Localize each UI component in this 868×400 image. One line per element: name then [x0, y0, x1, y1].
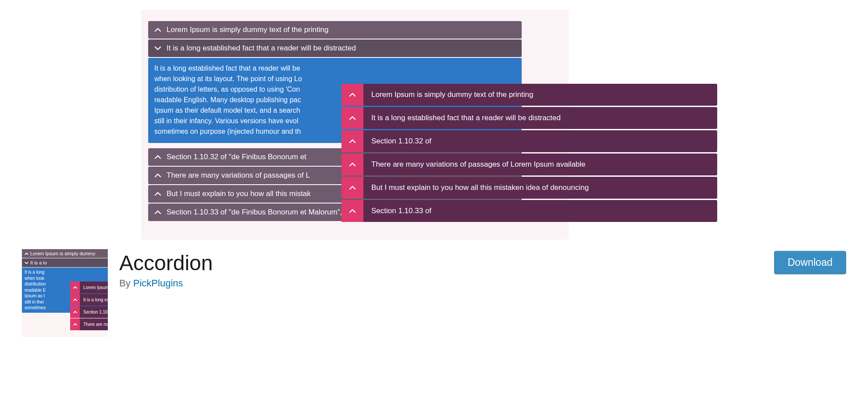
chevron-up-icon — [70, 282, 80, 293]
chevron-up-icon — [342, 107, 363, 129]
accordion-item-label: But I must explain to you how all this m… — [363, 177, 717, 199]
chevron-up-icon — [70, 294, 80, 306]
chevron-up-icon — [25, 252, 28, 256]
plugin-header-row: Lorem Ipsum is simply dummy It is a lo I… — [0, 249, 868, 337]
chevron-down-icon — [154, 45, 161, 52]
thumb-b-row: Lorem Ipsum is — [70, 282, 108, 293]
thumb-label: Section 1.10.32 — [80, 306, 108, 318]
chevron-up-icon — [154, 154, 161, 161]
accordion-item-label: Lorem Ipsum is simply dummy text of the … — [167, 25, 328, 34]
thumb-label: Lorem Ipsum is — [80, 282, 108, 293]
thumb-label: Lorem Ipsum is simply dummy — [30, 251, 96, 256]
chevron-up-icon — [154, 26, 161, 33]
thumb-row: Lorem Ipsum is simply dummy — [22, 249, 108, 258]
thumb-label: It is a long estab — [80, 294, 108, 306]
plugin-byline: By PickPlugins — [119, 278, 213, 289]
thumb-b-row: It is a long estab — [70, 294, 108, 306]
thumb-label: There are many — [80, 318, 108, 330]
chevron-up-icon — [342, 200, 363, 222]
accordion-a-item[interactable]: It is a long established fact that a rea… — [148, 39, 522, 57]
accordion-b-item[interactable]: Lorem Ipsum is simply dummy text of the … — [342, 84, 717, 106]
plugin-author-link[interactable]: PickPlugins — [133, 278, 183, 289]
accordion-item-label: Lorem Ipsum is simply dummy text of the … — [363, 84, 717, 106]
accordion-item-label: There are many variations of passages of… — [167, 171, 310, 180]
chevron-up-icon — [342, 130, 363, 152]
chevron-up-icon — [342, 154, 363, 175]
chevron-down-icon — [25, 261, 28, 265]
accordion-item-label: But I must explain to you how all this m… — [167, 189, 311, 198]
thumb-row: It is a lo — [22, 258, 108, 267]
plugin-title-block: Accordion By PickPlugins — [119, 249, 213, 289]
plugin-banner: Lorem Ipsum is simply dummy text of the … — [141, 10, 569, 239]
accordion-item-label: There are many variations of passages of… — [363, 154, 717, 175]
download-button[interactable]: Download — [774, 251, 846, 274]
accordion-b-item[interactable]: Section 1.10.32 of — [342, 130, 717, 152]
chevron-up-icon — [154, 209, 161, 216]
accordion-a-item[interactable]: Lorem Ipsum is simply dummy text of the … — [148, 21, 522, 39]
thumb-b-row: Section 1.10.32 — [70, 306, 108, 318]
chevron-up-icon — [342, 84, 363, 106]
accordion-item-label: Section 1.10.32 of "de Finibus Bonorum e… — [167, 153, 306, 161]
accordion-b-item[interactable]: Section 1.10.33 of — [342, 200, 717, 222]
thumb-label: It is a lo — [30, 260, 47, 265]
chevron-up-icon — [154, 172, 161, 179]
chevron-up-icon — [70, 306, 80, 318]
accordion-item-label: Section 1.10.33 of — [363, 200, 717, 222]
chevron-up-icon — [154, 190, 161, 197]
plugin-title: Accordion — [119, 251, 213, 275]
accordion-b-item[interactable]: There are many variations of passages of… — [342, 154, 717, 175]
accordion-item-label: Section 1.10.32 of — [363, 130, 717, 152]
chevron-up-icon — [70, 318, 80, 330]
accordion-item-label: It is a long established fact that a rea… — [363, 107, 717, 129]
thumb-b-row: There are many — [70, 318, 108, 330]
chevron-up-icon — [342, 177, 363, 199]
accordion-style-b: Lorem Ipsum is simply dummy text of the … — [342, 84, 717, 223]
plugin-thumbnail: Lorem Ipsum is simply dummy It is a lo I… — [22, 249, 108, 337]
accordion-b-item[interactable]: It is a long established fact that a rea… — [342, 107, 717, 129]
accordion-b-item[interactable]: But I must explain to you how all this m… — [342, 177, 717, 199]
accordion-item-label: It is a long established fact that a rea… — [167, 44, 356, 53]
by-prefix: By — [119, 278, 133, 289]
